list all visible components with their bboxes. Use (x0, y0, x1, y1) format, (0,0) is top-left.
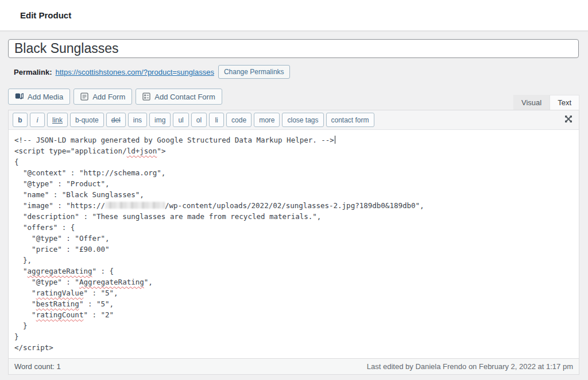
code-line: <!-- JSON-LD markup generated by Google … (14, 135, 574, 145)
code-line: "aggregateRating" : { (14, 266, 574, 277)
code-line: <script type="application/ld+json"> (14, 145, 574, 156)
text-caret (335, 136, 335, 144)
code-line: "@type" : "Offer", (14, 233, 574, 244)
media-icon (15, 93, 24, 101)
code-line: "name" : "Black Sunglasses", (14, 189, 574, 200)
quicktag-li[interactable]: li (209, 113, 224, 127)
page-title: Edit Product (0, 10, 71, 20)
code-line: "@type" : "AggregateRating", (14, 277, 574, 287)
page: Edit Product Permalink: https://scottish… (0, 0, 588, 375)
editor-tabs: Visual Text (513, 95, 579, 110)
quicktag-del[interactable]: del (106, 113, 126, 127)
media-button-label: Add Media (28, 93, 63, 101)
code-line: } (14, 320, 574, 331)
change-permalinks-button[interactable]: Change Permalinks (218, 65, 290, 79)
redacted-domain (105, 202, 165, 209)
quicktag-link[interactable]: link (47, 113, 68, 127)
quicktag-i[interactable]: i (30, 113, 45, 127)
quicktags-toolbar: bilinkb-quotedelinsimgulollicodemoreclos… (9, 110, 579, 130)
quicktag-ins[interactable]: ins (128, 113, 147, 127)
media-button-label: Add Form (92, 93, 125, 101)
code-line: "@context" : "http://schema.org", (14, 167, 574, 178)
code-line: "offers" : { (14, 222, 574, 233)
code-line: "price" : "£90.00" (14, 244, 574, 255)
word-count: Word count: 1 (14, 362, 61, 371)
topbar: Edit Product (0, 0, 588, 31)
code-line: "image" : "https:///wp-content/uploads/2… (14, 200, 574, 211)
quicktag-img[interactable]: img (149, 113, 171, 127)
code-line: } (14, 331, 574, 342)
add-media-button[interactable]: Add Media (8, 89, 70, 105)
edit-product-content: Permalink: https://scottishstones.com/?p… (0, 31, 588, 375)
media-buttons: Add MediaAdd FormAdd Contact Form (8, 89, 222, 105)
contact-form-icon (142, 93, 150, 101)
fullscreen-icon (564, 117, 573, 125)
fullscreen-button[interactable] (563, 113, 574, 126)
code-editor-textarea[interactable]: <!-- JSON-LD markup generated by Google … (9, 130, 579, 358)
last-edited: Last edited by Daniela Frendo on Februar… (367, 362, 573, 371)
editor-container: bilinkb-quotedelinsimgulollicodemoreclos… (8, 110, 579, 375)
quicktag-close-tags[interactable]: close tags (282, 113, 323, 127)
media-button-label: Add Contact Form (154, 93, 215, 101)
quicktag-ol[interactable]: ol (191, 113, 207, 127)
code-line: { (14, 156, 574, 167)
code-line: </script> (14, 342, 574, 353)
tab-text[interactable]: Text (550, 95, 579, 110)
quicktag-more[interactable]: more (254, 113, 280, 127)
quicktag-code[interactable]: code (226, 113, 252, 127)
code-line: }, (14, 255, 574, 266)
form-icon (80, 93, 88, 101)
code-line: "ratingValue" : "5", (14, 287, 574, 298)
add-form-button[interactable]: Add Form (74, 89, 132, 105)
quicktag-buttons: bilinkb-quotedelinsimgulollicodemoreclos… (13, 113, 374, 127)
editor-footer: Word count: 1 Last edited by Daniela Fre… (9, 358, 579, 374)
code-line: "@type" : "Product", (14, 178, 574, 189)
code-line: "description" : "These sunglasses are ma… (14, 211, 574, 222)
code-line: "ratingCount" : "2" (14, 309, 574, 320)
permalink-link[interactable]: https://scottishstones.com/?product=sung… (55, 68, 214, 76)
quicktag-ul[interactable]: ul (173, 113, 188, 127)
add-contact-form-button[interactable]: Add Contact Form (136, 89, 222, 105)
quicktag-contact-form[interactable]: contact form (326, 113, 374, 127)
permalink-label: Permalink: (14, 68, 52, 76)
product-title-input[interactable] (8, 39, 579, 58)
code-line: "bestRating" : "5", (14, 298, 574, 309)
permalink-row: Permalink: https://scottishstones.com/?p… (14, 65, 579, 79)
quicktag-b[interactable]: b (13, 113, 28, 127)
editor-tools: Add MediaAdd FormAdd Contact Form Visual… (8, 89, 579, 110)
tab-visual[interactable]: Visual (513, 95, 550, 110)
quicktag-b-quote[interactable]: b-quote (70, 113, 104, 127)
